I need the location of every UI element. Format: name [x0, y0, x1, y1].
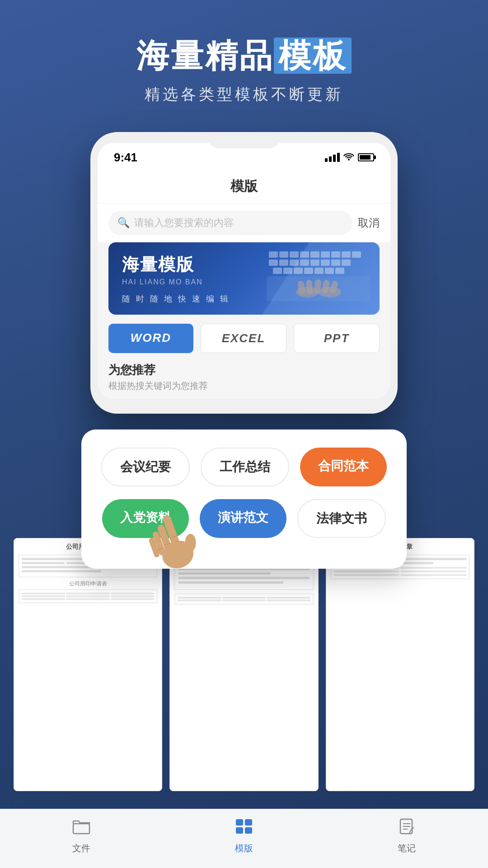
- svg-rect-13: [269, 259, 278, 266]
- tags-card: 会议纪要 工作总结 合同范本 入党资料 演讲范文 法律文书: [81, 429, 407, 569]
- tag-legal[interactable]: 法律文书: [297, 499, 386, 538]
- svg-point-29: [319, 287, 341, 297]
- status-icons: [325, 151, 374, 163]
- nav-label-templates: 模版: [235, 842, 253, 854]
- notes-icon: [398, 818, 416, 839]
- wifi-icon: [343, 151, 354, 163]
- svg-rect-21: [273, 268, 282, 274]
- tag-contract[interactable]: 合同范本: [300, 448, 387, 486]
- signal-icon: [325, 153, 340, 162]
- tag-work-summary[interactable]: 工作总结: [201, 448, 289, 486]
- svg-rect-22: [283, 268, 292, 274]
- nav-label-files: 文件: [72, 842, 90, 854]
- tag-speech[interactable]: 演讲范文: [200, 499, 286, 538]
- phone-notch: [208, 132, 280, 148]
- svg-rect-19: [331, 259, 340, 266]
- search-placeholder-text: 请输入您要搜索的内容: [134, 216, 234, 230]
- svg-rect-8: [310, 251, 319, 258]
- svg-rect-12: [352, 251, 361, 258]
- doc-preview-1[interactable]: 公司用印申请表 公司用印申请表: [14, 538, 162, 791]
- svg-rect-25: [314, 268, 324, 274]
- docs-preview-area: 公司用印申请表 公司用印申请表: [14, 538, 474, 791]
- tab-excel[interactable]: EXCEL: [201, 324, 286, 353]
- banner-title: 海量模版: [122, 253, 230, 276]
- search-input-wrapper[interactable]: 🔍 请输入您要搜索的内容: [108, 211, 352, 235]
- hero-title: 海量精品模板: [0, 36, 488, 75]
- phone-screen: 9:41: [98, 143, 390, 399]
- nav-label-notes: 笔记: [398, 842, 416, 854]
- tab-word[interactable]: WORD: [108, 324, 193, 353]
- tab-ppt[interactable]: PPT: [294, 324, 380, 353]
- svg-rect-45: [236, 819, 243, 826]
- svg-rect-24: [304, 268, 313, 274]
- phone-bottom: [90, 406, 398, 414]
- nav-item-files[interactable]: 文件: [0, 818, 163, 854]
- phone-top: [90, 132, 398, 143]
- hero-section: 海量精品模板 精选各类型模板不断更新: [0, 0, 488, 123]
- doc-preview-2[interactable]: 会议纪要: [169, 538, 318, 791]
- keyboard-visual: [267, 249, 371, 303]
- nav-item-notes[interactable]: 笔记: [325, 818, 488, 854]
- phone-mockup-container: 9:41: [0, 132, 488, 414]
- svg-rect-11: [342, 251, 351, 258]
- svg-rect-16: [300, 259, 309, 266]
- svg-rect-6: [290, 251, 299, 258]
- banner-subtitle: HAI LIANG MO BAN: [122, 278, 230, 286]
- svg-rect-10: [331, 251, 340, 258]
- svg-rect-23: [294, 268, 303, 274]
- tags-row-2: 入党资料 演讲范文 法律文书: [99, 499, 389, 538]
- tab-buttons: WORD EXCEL PPT: [98, 324, 390, 362]
- promo-banner[interactable]: 海量模版 HAI LIANG MO BAN 随 时 随 地 快 速 编 辑: [108, 242, 380, 315]
- doc-preview-3[interactable]: 公司签章: [326, 538, 474, 791]
- svg-rect-9: [321, 251, 330, 258]
- battery-icon: [358, 153, 374, 161]
- tags-row-1: 会议纪要 工作总结 合同范本: [99, 448, 389, 486]
- recommend-desc: 根据热搜关键词为您推荐: [108, 380, 380, 392]
- recommend-title: 为您推荐: [108, 362, 380, 378]
- banner-desc: 随 时 随 地 快 速 编 辑: [122, 293, 230, 304]
- app-title: 模版: [230, 179, 258, 193]
- search-cancel-button[interactable]: 取消: [358, 216, 380, 230]
- svg-rect-4: [269, 251, 278, 258]
- svg-rect-18: [321, 259, 330, 266]
- svg-rect-27: [335, 268, 344, 274]
- svg-rect-7: [300, 251, 309, 258]
- recommend-section: 为您推荐 根据热搜关键词为您推荐: [98, 362, 390, 399]
- phone-mockup: 9:41: [90, 132, 398, 414]
- bottom-nav: 文件 模版: [0, 809, 488, 868]
- tag-meeting[interactable]: 会议纪要: [101, 448, 190, 486]
- svg-rect-47: [236, 827, 243, 834]
- svg-rect-14: [279, 259, 288, 266]
- svg-rect-44: [73, 824, 89, 834]
- files-icon: [72, 818, 90, 839]
- svg-rect-20: [342, 259, 351, 266]
- svg-rect-17: [310, 259, 319, 266]
- banner-text: 海量模版 HAI LIANG MO BAN 随 时 随 地 快 速 编 辑: [108, 242, 244, 315]
- app-header: 模版: [98, 168, 390, 203]
- svg-rect-26: [325, 268, 334, 274]
- templates-icon: [235, 818, 253, 839]
- hero-subtitle: 精选各类型模板不断更新: [0, 84, 488, 105]
- svg-rect-15: [290, 259, 299, 266]
- status-time: 9:41: [114, 151, 137, 165]
- search-bar[interactable]: 🔍 请输入您要搜索的内容 取消: [98, 203, 390, 242]
- doc-subtitle-1: 公司用印申请表: [19, 580, 157, 588]
- svg-rect-46: [245, 819, 252, 826]
- search-icon: 🔍: [117, 217, 130, 229]
- nav-item-templates[interactable]: 模版: [163, 818, 325, 854]
- svg-rect-48: [245, 827, 252, 834]
- svg-rect-5: [279, 251, 288, 258]
- tag-party[interactable]: 入党资料: [102, 499, 189, 538]
